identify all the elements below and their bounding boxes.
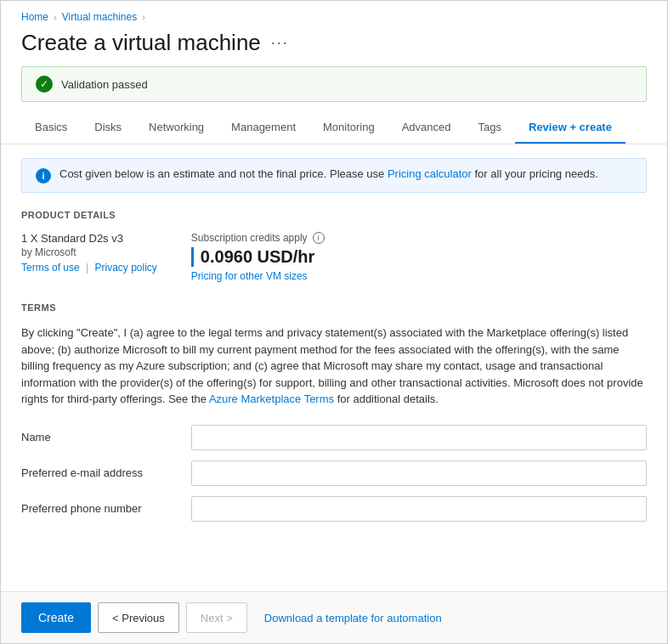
breadcrumb-sep-2: › xyxy=(142,12,145,22)
phone-row: Preferred phone number xyxy=(21,496,647,522)
email-row: Preferred e-mail address xyxy=(21,460,647,486)
name-label: Name xyxy=(21,431,191,443)
terms-of-use-link[interactable]: Terms of use xyxy=(21,262,80,274)
product-by: by Microsoft xyxy=(21,246,157,258)
footer: Create < Previous Next > Download a temp… xyxy=(1,591,667,643)
page-menu-button[interactable]: ··· xyxy=(271,34,289,52)
name-row: Name xyxy=(21,425,647,450)
product-links: Terms of use | Privacy policy xyxy=(21,262,157,274)
previous-button[interactable]: < Previous xyxy=(98,602,179,633)
subscription-label: Subscription credits apply i xyxy=(191,232,647,244)
info-banner: i Cost given below is an estimate and no… xyxy=(21,158,647,193)
info-icon: i xyxy=(36,168,51,184)
tab-disks[interactable]: Disks xyxy=(81,112,135,144)
product-section-title: PRODUCT DETAILS xyxy=(21,210,647,220)
product-price: 0.0960 USD/hr xyxy=(191,247,647,267)
product-name: 1 X Standard D2s v3 xyxy=(21,232,157,245)
download-template-link[interactable]: Download a template for automation xyxy=(264,612,442,624)
product-right: Subscription credits apply i 0.0960 USD/… xyxy=(191,232,647,282)
validation-icon: ✓ xyxy=(36,76,53,93)
name-input[interactable] xyxy=(191,425,647,450)
breadcrumb-home[interactable]: Home xyxy=(21,11,48,23)
validation-text: Validation passed xyxy=(61,78,148,91)
tab-tags[interactable]: Tags xyxy=(465,112,515,144)
breadcrumb-vms[interactable]: Virtual machines xyxy=(62,11,138,23)
tab-management[interactable]: Management xyxy=(218,112,309,144)
product-details: 1 X Standard D2s v3 by Microsoft Terms o… xyxy=(21,232,647,282)
privacy-policy-link[interactable]: Privacy policy xyxy=(95,262,157,274)
tab-basics[interactable]: Basics xyxy=(21,112,81,144)
tab-review-create[interactable]: Review + create xyxy=(515,112,626,144)
breadcrumb: Home › Virtual machines › xyxy=(1,1,667,26)
terms-text: By clicking "Create", I (a) agree to the… xyxy=(21,325,647,408)
tabs: Basics Disks Networking Management Monit… xyxy=(1,112,667,144)
pricing-link-row: Pricing for other VM sizes xyxy=(191,270,647,282)
subscription-info-icon[interactable]: i xyxy=(313,232,325,244)
tab-networking[interactable]: Networking xyxy=(135,112,218,144)
email-label: Preferred e-mail address xyxy=(21,466,191,479)
terms-section-title: TERMS xyxy=(21,302,647,313)
azure-marketplace-terms-link[interactable]: Azure Marketplace Terms xyxy=(209,393,334,405)
breadcrumb-sep-1: › xyxy=(54,12,57,22)
tab-monitoring[interactable]: Monitoring xyxy=(309,112,388,144)
validation-banner: ✓ Validation passed xyxy=(21,66,647,102)
next-button: Next > xyxy=(186,602,247,633)
page-title: Create a virtual machine xyxy=(21,30,261,56)
other-vm-sizes-link[interactable]: Pricing for other VM sizes xyxy=(191,270,308,282)
phone-label: Preferred phone number xyxy=(21,502,191,515)
tab-advanced[interactable]: Advanced xyxy=(388,112,465,144)
page-wrapper: Home › Virtual machines › Create a virtu… xyxy=(1,1,667,643)
pricing-calculator-link[interactable]: Pricing calculator xyxy=(388,167,472,180)
page-title-row: Create a virtual machine ··· xyxy=(1,26,667,66)
link-separator: | xyxy=(86,262,91,274)
product-left: 1 X Standard D2s v3 by Microsoft Terms o… xyxy=(21,232,157,282)
info-text: Cost given below is an estimate and not … xyxy=(59,167,598,180)
email-input[interactable] xyxy=(191,460,647,486)
main-content: i Cost given below is an estimate and no… xyxy=(1,144,667,591)
phone-input[interactable] xyxy=(191,496,647,522)
create-button[interactable]: Create xyxy=(21,602,91,633)
terms-section: TERMS By clicking "Create", I (a) agree … xyxy=(21,302,647,408)
